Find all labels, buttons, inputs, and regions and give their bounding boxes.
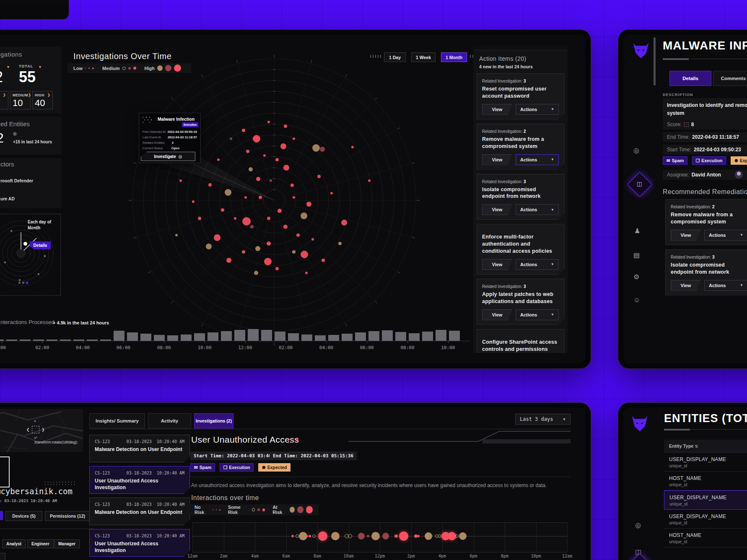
investigation-dot[interactable] (249, 167, 253, 171)
detector-item[interactable]: rosoft Defender (0, 178, 33, 183)
interaction-dot[interactable] (448, 532, 456, 540)
investigation-dot[interactable] (259, 196, 262, 199)
pan-right-arrow[interactable]: ❯ (42, 428, 45, 432)
interaction-dot[interactable] (382, 533, 389, 539)
range-button-month[interactable]: 1 Month (441, 52, 467, 62)
investigation-dot[interactable] (306, 202, 311, 207)
interaction-dot[interactable] (306, 535, 308, 537)
bot-face-nav-icon[interactable]: ☺ (633, 296, 640, 304)
investigation-dot[interactable] (296, 233, 300, 237)
radar-nav-icon[interactable]: ◎ (635, 521, 641, 529)
selected-icon-sliver[interactable] (0, 511, 3, 520)
interaction-dot[interactable] (296, 534, 299, 538)
investigation-dot[interactable] (208, 183, 212, 187)
actions-dropdown-button[interactable]: Actions▼ (516, 309, 559, 320)
investigation-dot[interactable] (217, 158, 220, 161)
entity-row[interactable]: HOST_NAME unique_id (664, 529, 747, 547)
investigation-list-item[interactable]: CS-123 03-18-2023 10:20:40 AM Malware De… (89, 498, 190, 525)
app-logo-wolf[interactable] (630, 415, 649, 434)
entity-row[interactable]: USER_DISPLAY_NAME unique_id (664, 510, 747, 529)
interaction-dot[interactable] (367, 535, 369, 537)
investigation-dot[interactable] (275, 158, 279, 161)
investigation-dot[interactable] (246, 150, 249, 153)
investigation-dot[interactable] (242, 250, 245, 254)
time-range-select[interactable]: Last 3 days ▼ (515, 414, 571, 425)
actions-dropdown-button[interactable]: Actions▼ (704, 230, 747, 241)
investigation-dot[interactable] (264, 258, 272, 265)
map-widget[interactable]: ˅ ❮ ❯ ˅" ;transform:rotate(180deg); (0, 409, 83, 452)
investigation-dot[interactable] (278, 209, 282, 213)
investigation-dot[interactable] (242, 217, 251, 226)
investigation-dot[interactable] (225, 189, 231, 196)
investigation-dot[interactable] (179, 179, 182, 182)
view-button[interactable]: View (671, 230, 701, 241)
investigation-dot[interactable] (214, 234, 220, 241)
tab-activity[interactable]: Activity (148, 413, 191, 428)
investigation-dot[interactable] (283, 225, 288, 229)
interaction-dot[interactable] (331, 532, 340, 540)
detector-item[interactable]: ure AD (0, 196, 15, 201)
investigation-dot[interactable] (226, 258, 231, 263)
investigation-dot[interactable] (351, 146, 354, 148)
investigation-dot[interactable] (305, 272, 308, 274)
tab-insights-summary[interactable]: Insights/ Summary (89, 413, 145, 428)
devices-button[interactable]: Devices (5) (5, 511, 42, 521)
person-nav-icon[interactable]: ♟ (634, 227, 640, 235)
investigation-dot[interactable] (312, 144, 320, 152)
pan-left-arrow[interactable]: ❮ (26, 428, 30, 432)
investigation-list-item[interactable]: CS-123 03-18-2023 10:20:40 AM User Unaut… (89, 466, 190, 494)
permissions-button[interactable]: Permissions (12) (45, 511, 90, 521)
investigation-dot[interactable] (293, 137, 295, 140)
radar-details-button[interactable]: Details (30, 241, 51, 249)
assignee-avatar[interactable] (735, 171, 743, 179)
entity-row[interactable]: HOST_NAME unique_id (664, 472, 747, 490)
stat-box-low-clipped[interactable]: ❯ (0, 91, 8, 109)
investigation-dot[interactable] (242, 129, 245, 132)
role-tag-manager[interactable]: Manager (54, 539, 80, 548)
investigation-dot[interactable] (250, 225, 254, 228)
interaction-dot[interactable] (455, 534, 459, 538)
interaction-dot[interactable] (291, 535, 294, 537)
tab-details[interactable]: Details (669, 71, 711, 86)
investigation-dot[interactable] (320, 147, 325, 152)
view-button[interactable]: View (671, 280, 701, 291)
investigation-dot[interactable] (290, 184, 294, 187)
investigation-dot[interactable] (198, 217, 201, 220)
investigate-button[interactable]: Investigate ◎ (141, 152, 195, 161)
actions-dropdown-button[interactable]: Actions▼ (704, 280, 747, 291)
investigation-dot[interactable] (234, 217, 236, 220)
interaction-dot[interactable] (309, 535, 311, 537)
investigation-dot[interactable] (330, 192, 333, 194)
investigation-dot[interactable] (256, 177, 260, 181)
interaction-dot[interactable] (438, 534, 441, 538)
investigation-dot[interactable] (341, 220, 347, 226)
investigation-dot[interactable] (230, 137, 232, 140)
interaction-dot[interactable] (399, 531, 408, 541)
investigation-dot[interactable] (221, 208, 224, 212)
actions-dropdown-button[interactable]: Actions▼ (516, 154, 559, 165)
role-tag-engineer[interactable]: Engineer (27, 539, 54, 548)
tab-comments[interactable]: Comments (7) (713, 71, 747, 86)
investigation-dot[interactable] (301, 251, 308, 258)
investigation-dot[interactable] (267, 241, 271, 246)
investigation-dot[interactable] (270, 179, 272, 182)
interaction-dot[interactable] (371, 532, 380, 540)
entity-type-header[interactable]: Entity Type ⇅ (664, 440, 747, 453)
tab-investigations[interactable]: Investigations (2) (194, 413, 233, 428)
role-tag-analyst[interactable]: Analyst (2, 539, 26, 548)
investigation-dot[interactable] (253, 135, 260, 143)
investigation-dot[interactable] (267, 217, 270, 220)
interaction-dot[interactable] (358, 533, 365, 539)
radar-page-dots[interactable] (18, 282, 28, 284)
gears-nav-icon[interactable]: ⚙ (633, 273, 639, 281)
interaction-dot[interactable] (425, 532, 432, 540)
pan-up-arrow[interactable]: ˅ (34, 419, 36, 423)
view-button[interactable]: View (482, 309, 512, 320)
investigation-list-item[interactable]: CS-123 03-18-2023 10:20:40 AM User Unaut… (89, 529, 190, 557)
radar-nav-icon[interactable]: ◎ (633, 146, 639, 154)
investigation-dot[interactable] (275, 267, 279, 270)
investigation-dot[interactable] (263, 154, 266, 157)
investigation-dot[interactable] (292, 250, 296, 254)
interaction-dot[interactable] (459, 532, 467, 540)
investigation-dot[interactable] (322, 259, 325, 262)
